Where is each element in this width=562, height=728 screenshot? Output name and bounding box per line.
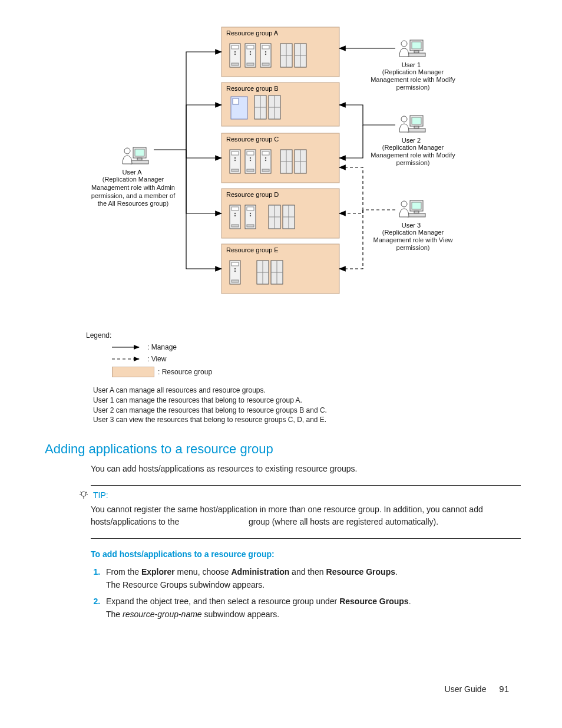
group-d-label: Resource group D	[226, 191, 279, 198]
resource-group-diagram: Resource group A Resource group B Resour…	[45, 24, 521, 324]
svg-line-25	[86, 492, 87, 493]
legend-resource-group: : Resource group	[112, 367, 521, 377]
page-footer: User Guide 91	[45, 684, 521, 694]
section-heading: Adding applications to a resource group	[45, 442, 521, 457]
svg-point-22	[81, 492, 86, 496]
group-a-label: Resource group A	[226, 29, 279, 37]
user-a-desc: (Replication Manager Management role wit…	[86, 176, 180, 208]
group-b-label: Resource group B	[226, 85, 279, 92]
divider-top	[91, 485, 521, 486]
group-e-label: Resource group E	[226, 246, 279, 253]
section-intro: You can add hosts/applications as resour…	[91, 463, 521, 475]
group-c-label: Resource group C	[226, 136, 279, 143]
step-1: From the Explorer menu, choose Administr…	[103, 567, 521, 589]
user-3-desc: (Replication Manager Management role wit…	[369, 229, 457, 252]
tip-label: TIP:	[93, 490, 108, 500]
user-1-name: User 1	[402, 61, 421, 68]
svg-rect-16	[233, 98, 239, 104]
user-3-name: User 3	[402, 222, 421, 229]
user-2-name: User 2	[402, 137, 421, 144]
tip-icon	[79, 490, 88, 500]
procedure-heading: To add hosts/applications to a resource …	[91, 549, 521, 559]
legend: Legend: : Manage : View : Resource group	[86, 331, 521, 377]
footer-label: User Guide	[445, 684, 487, 694]
step-2: Expand the object tree, and then select …	[103, 597, 521, 619]
user-2-desc: (Replication Manager Management role wit…	[369, 144, 457, 167]
tip-body: You cannot register the same host/applic…	[91, 503, 521, 528]
diagram-notes: User A can manage all resources and reso…	[93, 386, 521, 425]
legend-title: Legend:	[86, 331, 521, 340]
page-number: 91	[499, 684, 509, 694]
legend-manage: : Manage	[112, 343, 521, 351]
divider-bottom	[91, 538, 521, 539]
procedure-steps: From the Explorer menu, choose Administr…	[91, 567, 521, 619]
user-a-name: User A	[122, 169, 142, 176]
legend-view: : View	[112, 355, 521, 363]
svg-line-24	[80, 492, 81, 493]
user-1-desc: (Replication Manager Management role wit…	[369, 68, 457, 92]
